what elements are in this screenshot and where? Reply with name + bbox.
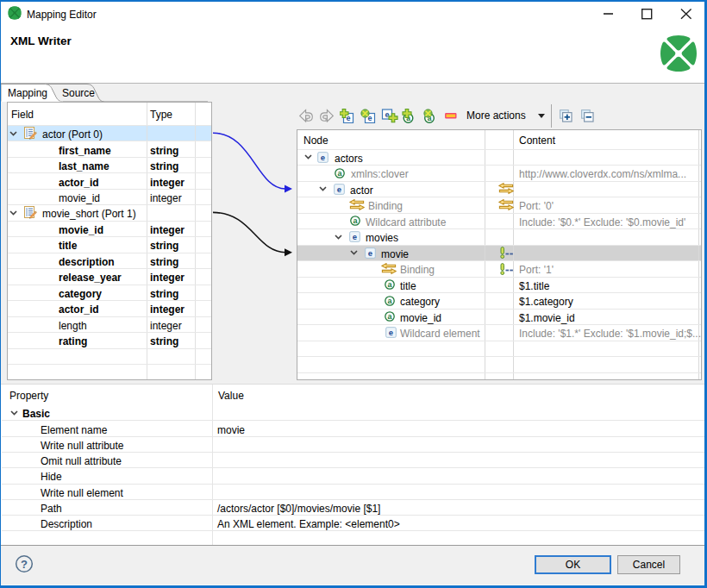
svg-text:e: e <box>337 184 341 193</box>
svg-text:e: e <box>368 247 372 257</box>
svg-text:?: ? <box>21 558 28 571</box>
svg-text:e: e <box>321 152 325 161</box>
svg-text:e: e <box>353 232 357 241</box>
svg-text:e: e <box>389 328 393 337</box>
